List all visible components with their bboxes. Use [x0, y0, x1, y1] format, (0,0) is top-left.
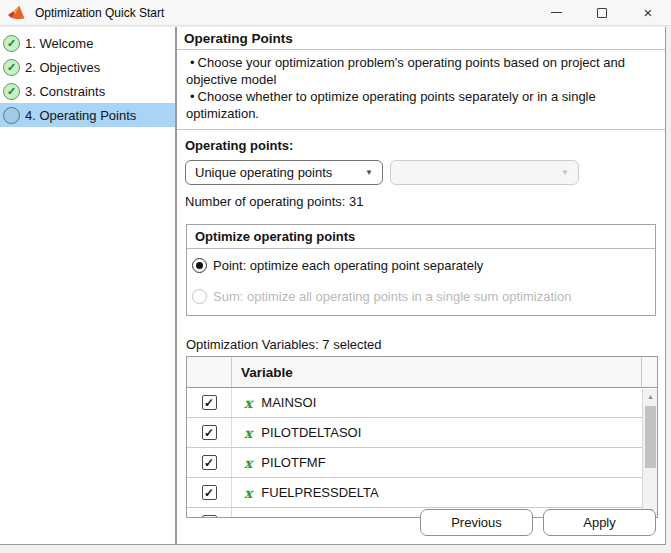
close-button[interactable]: ×	[625, 0, 671, 25]
optimization-quick-start-window: Optimization Quick Start × ✓ 1. Welcome …	[0, 0, 671, 553]
step-current-icon	[3, 107, 20, 124]
checkbox-cell: ✓	[187, 388, 232, 417]
description-bullet: •Choose whether to optimize operating po…	[184, 88, 655, 122]
step-complete-icon: ✓	[3, 83, 20, 100]
window-controls: ×	[533, 0, 671, 25]
page-description: •Choose your optimization problem's oper…	[177, 50, 665, 130]
apply-button[interactable]: Apply	[543, 509, 656, 536]
minimize-button[interactable]	[533, 0, 579, 25]
variable-name: PILOTFMF	[261, 455, 325, 470]
table-header-row: Variable	[187, 357, 657, 388]
optimization-variables-label: Optimization Variables: 7 selected	[186, 337, 657, 352]
step-complete-icon: ✓	[3, 59, 20, 76]
radio-label: Point: optimize each operating point sep…	[213, 258, 483, 273]
chevron-down-icon: ▼	[561, 168, 569, 177]
table-row[interactable]: ✓ xPILOTFMF	[187, 448, 657, 478]
radio-sum-option[interactable]: Sum: optimize all operating points in a …	[192, 287, 647, 305]
variable-cell: xFUELPRESSDELTA	[232, 485, 657, 501]
sidebar-item-label: 1. Welcome	[25, 36, 93, 51]
maximize-button[interactable]	[579, 0, 625, 25]
step-complete-icon: ✓	[3, 35, 20, 52]
maximize-icon	[597, 8, 607, 18]
variable-x-icon: x	[244, 395, 252, 411]
variable-cell: xPILOTFMF	[232, 455, 657, 471]
variable-x-icon: x	[244, 515, 252, 519]
scroll-up-icon[interactable]: ▲	[643, 389, 658, 403]
bullet-icon: •	[190, 89, 195, 104]
variables-table: Variable ✓ xMAINSOI ✓ xPILOTDELTASOI ✓ x…	[186, 356, 658, 518]
radio-label: Sum: optimize all operating points in a …	[213, 289, 571, 304]
close-icon: ×	[644, 5, 653, 20]
radio-unselected-icon	[192, 289, 207, 304]
window-title: Optimization Quick Start	[35, 6, 164, 20]
row-checkbox[interactable]: ✓	[202, 455, 217, 470]
operating-points-dropdown[interactable]: Unique operating points ▼	[185, 160, 383, 185]
checkbox-column-header	[187, 357, 232, 387]
minimize-icon	[551, 12, 562, 13]
sidebar-item-operating-points[interactable]: 4. Operating Points	[0, 103, 175, 127]
radio-point-option[interactable]: Point: optimize each operating point sep…	[192, 256, 647, 274]
operating-points-secondary-dropdown[interactable]: ▼	[390, 160, 579, 185]
row-checkbox[interactable]: ✓	[202, 395, 217, 410]
main-panel: Operating Points •Choose your optimizati…	[176, 27, 666, 545]
variable-cell: xMAINSOI	[232, 395, 657, 411]
variable-name: MAINSOI	[261, 395, 316, 410]
row-checkbox[interactable]: ✓	[202, 485, 217, 500]
variable-x-icon: x	[244, 425, 252, 441]
bullet-text: Choose your optimization problem's opera…	[186, 55, 625, 87]
row-checkbox[interactable]: ✓	[202, 515, 217, 518]
dialog-buttons: Previous Apply	[420, 509, 656, 536]
variable-cell: xPILOTDELTASOI	[232, 425, 657, 441]
sidebar-item-label: 3. Constraints	[25, 84, 105, 99]
page-title: Operating Points	[177, 27, 665, 50]
group-body: Point: optimize each operating point sep…	[187, 249, 655, 315]
operating-points-label: Operating points:	[185, 138, 657, 153]
description-bullet: •Choose your optimization problem's oper…	[184, 54, 655, 88]
variable-name: FUELPRESSDELTA	[261, 485, 378, 500]
scrollbar-column-header	[641, 357, 657, 387]
variable-x-icon: x	[244, 455, 252, 471]
steps-sidebar: ✓ 1. Welcome ✓ 2. Objectives ✓ 3. Constr…	[0, 27, 176, 545]
checkbox-cell: ✓	[187, 478, 232, 507]
variable-x-icon: x	[244, 485, 252, 501]
table-scrollbar[interactable]: ▲ ▼	[642, 389, 657, 517]
sidebar-item-label: 2. Objectives	[25, 60, 100, 75]
checkbox-cell: ✓	[187, 508, 232, 518]
bullet-text: Choose whether to optimize operating poi…	[186, 89, 596, 121]
table-row[interactable]: ✓ xPILOTDELTASOI	[187, 418, 657, 448]
sidebar-item-label: 4. Operating Points	[25, 108, 136, 123]
sidebar-item-welcome[interactable]: ✓ 1. Welcome	[0, 31, 175, 55]
variable-name: PILOTDELTASOI	[261, 425, 361, 440]
optimize-operating-points-group: Optimize operating points Point: optimiz…	[186, 224, 656, 316]
table-row[interactable]: ✓ xFUELPRESSDELTA	[187, 478, 657, 508]
title-bar[interactable]: Optimization Quick Start ×	[0, 0, 671, 26]
sidebar-item-constraints[interactable]: ✓ 3. Constraints	[0, 79, 175, 103]
table-row[interactable]: ✓ xMAINSOI	[187, 388, 657, 418]
checkbox-cell: ✓	[187, 418, 232, 447]
bullet-icon: •	[190, 55, 195, 70]
dropdown-value: Unique operating points	[195, 165, 361, 180]
matlab-logo-icon	[8, 5, 25, 20]
group-title: Optimize operating points	[187, 225, 655, 249]
operating-points-controls: Unique operating points ▼ ▼	[185, 160, 657, 185]
scrollbar-thumb[interactable]	[645, 406, 656, 468]
chevron-down-icon: ▼	[365, 168, 373, 177]
row-checkbox[interactable]: ✓	[202, 425, 217, 440]
previous-button[interactable]: Previous	[420, 509, 533, 536]
variable-column-header: Variable	[232, 357, 641, 387]
radio-selected-icon	[192, 258, 207, 273]
operating-points-count: Number of operating points: 31	[185, 194, 657, 209]
sidebar-item-objectives[interactable]: ✓ 2. Objectives	[0, 55, 175, 79]
checkbox-cell: ✓	[187, 448, 232, 477]
